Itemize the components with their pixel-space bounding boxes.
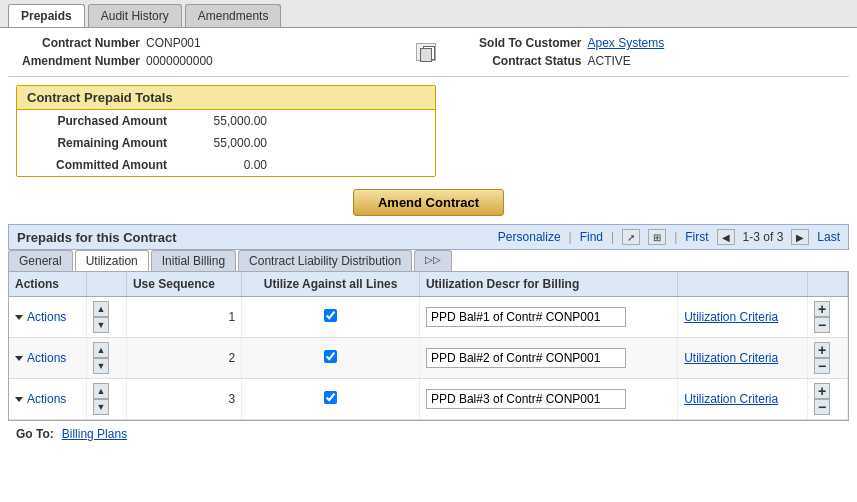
col-util-descr: Utilization Descr for Billing bbox=[419, 272, 677, 297]
copy-icon[interactable] bbox=[416, 43, 436, 61]
committed-value: 0.00 bbox=[187, 158, 267, 172]
billing-plans-link[interactable]: Billing Plans bbox=[62, 427, 127, 441]
use-sequence-cell: 1 bbox=[126, 297, 241, 338]
nav-next-icon[interactable]: ▶ bbox=[791, 229, 809, 245]
move-down-button[interactable]: ▼ bbox=[93, 317, 109, 333]
use-sequence-cell: 3 bbox=[126, 379, 241, 420]
col-util-criteria bbox=[678, 272, 808, 297]
section-tools: Personalize | Find | ➚ ⊞ | First ◀ 1-3 o… bbox=[498, 229, 840, 245]
amend-contract-button[interactable]: Amend Contract bbox=[353, 189, 504, 216]
subtab-initial-billing[interactable]: Initial Billing bbox=[151, 250, 236, 271]
arrow-buttons-cell: ▲ ▼ bbox=[86, 297, 126, 338]
goto-label: Go To: bbox=[16, 427, 54, 441]
amendment-number-label: Amendment Number bbox=[16, 54, 146, 68]
nav-range: 1-3 of 3 bbox=[743, 230, 784, 244]
add-remove-cell: + − bbox=[808, 338, 848, 379]
col-add-remove bbox=[808, 272, 848, 297]
remaining-label: Remaining Amount bbox=[27, 136, 187, 150]
new-window-icon[interactable]: ➚ bbox=[622, 229, 640, 245]
move-down-button[interactable]: ▼ bbox=[93, 358, 109, 374]
nav-first[interactable]: First bbox=[685, 230, 708, 244]
tab-amendments[interactable]: Amendments bbox=[185, 4, 282, 27]
goto-row: Go To: Billing Plans bbox=[0, 421, 857, 447]
contract-status-label: Contract Status bbox=[458, 54, 588, 68]
tabs-bar: Prepaids Audit History Amendments bbox=[0, 0, 857, 28]
move-up-button[interactable]: ▲ bbox=[93, 342, 109, 358]
table-row: Actions ▲ ▼ 2Utilization Criteria + − bbox=[9, 338, 848, 379]
util-descr-input[interactable] bbox=[426, 389, 626, 409]
util-criteria-cell: Utilization Criteria bbox=[678, 338, 808, 379]
remove-row-button[interactable]: − bbox=[814, 358, 830, 374]
utilization-criteria-link[interactable]: Utilization Criteria bbox=[684, 392, 778, 406]
utilization-criteria-link[interactable]: Utilization Criteria bbox=[684, 351, 778, 365]
nav-last[interactable]: Last bbox=[817, 230, 840, 244]
add-remove-cell: + − bbox=[808, 379, 848, 420]
col-actions: Actions bbox=[9, 272, 86, 297]
add-row-button[interactable]: + bbox=[814, 342, 830, 358]
remove-row-button[interactable]: − bbox=[814, 317, 830, 333]
prepaids-section-title: Prepaids for this Contract bbox=[17, 230, 177, 245]
contract-number-label: Contract Number bbox=[16, 36, 146, 50]
util-descr-cell bbox=[419, 297, 677, 338]
utilize-all-checkbox[interactable] bbox=[324, 309, 337, 322]
actions-dropdown[interactable]: Actions bbox=[15, 351, 80, 365]
remaining-value: 55,000.00 bbox=[187, 136, 267, 150]
utilize-all-checkbox[interactable] bbox=[324, 391, 337, 404]
actions-cell: Actions bbox=[9, 297, 86, 338]
personalize-link[interactable]: Personalize bbox=[498, 230, 561, 244]
prepaid-row-committed: Committed Amount 0.00 bbox=[17, 154, 435, 176]
contract-number-value: CONP001 bbox=[146, 36, 201, 50]
subtab-utilization[interactable]: Utilization bbox=[75, 250, 149, 271]
purchased-value: 55,000.00 bbox=[187, 114, 267, 128]
col-arrows bbox=[86, 272, 126, 297]
prepaid-totals-box: Contract Prepaid Totals Purchased Amount… bbox=[16, 85, 436, 177]
move-down-button[interactable]: ▼ bbox=[93, 399, 109, 415]
subtab-general[interactable]: General bbox=[8, 250, 73, 271]
find-link[interactable]: Find bbox=[580, 230, 603, 244]
util-descr-input[interactable] bbox=[426, 348, 626, 368]
table-row: Actions ▲ ▼ 1Utilization Criteria + − bbox=[9, 297, 848, 338]
tab-prepaids[interactable]: Prepaids bbox=[8, 4, 85, 27]
utilize-all-cell bbox=[242, 297, 420, 338]
add-remove-cell: + − bbox=[808, 297, 848, 338]
actions-cell: Actions bbox=[9, 379, 86, 420]
add-row-button[interactable]: + bbox=[814, 301, 830, 317]
nav-prev-icon[interactable]: ◀ bbox=[717, 229, 735, 245]
table-row: Actions ▲ ▼ 3Utilization Criteria + − bbox=[9, 379, 848, 420]
actions-dropdown[interactable]: Actions bbox=[15, 392, 80, 406]
contract-status-value: ACTIVE bbox=[588, 54, 631, 68]
sold-to-label: Sold To Customer bbox=[458, 36, 588, 50]
tab-audit-history[interactable]: Audit History bbox=[88, 4, 182, 27]
prepaid-row-purchased: Purchased Amount 55,000.00 bbox=[17, 110, 435, 132]
util-criteria-cell: Utilization Criteria bbox=[678, 379, 808, 420]
actions-dropdown[interactable]: Actions bbox=[15, 310, 80, 324]
amendment-number-value: 0000000000 bbox=[146, 54, 213, 68]
amend-container: Amend Contract bbox=[0, 189, 857, 216]
subtab-extra-icon[interactable]: ▷▷ bbox=[414, 250, 452, 271]
arrow-buttons-cell: ▲ ▼ bbox=[86, 379, 126, 420]
header-section: Contract Number CONP001 Amendment Number… bbox=[0, 28, 857, 76]
add-row-button[interactable]: + bbox=[814, 383, 830, 399]
grid-icon[interactable]: ⊞ bbox=[648, 229, 666, 245]
header-right: Sold To Customer Apex Systems Contract S… bbox=[458, 36, 842, 68]
subtabs-bar: General Utilization Initial Billing Cont… bbox=[8, 250, 849, 272]
util-descr-input[interactable] bbox=[426, 307, 626, 327]
prepaid-row-remaining: Remaining Amount 55,000.00 bbox=[17, 132, 435, 154]
purchased-label: Purchased Amount bbox=[27, 114, 187, 128]
util-descr-cell bbox=[419, 379, 677, 420]
utilization-table: Actions Use Sequence Utilize Against all… bbox=[9, 272, 848, 420]
header-left: Contract Number CONP001 Amendment Number… bbox=[16, 36, 400, 68]
prepaid-totals-title: Contract Prepaid Totals bbox=[17, 86, 435, 110]
move-up-button[interactable]: ▲ bbox=[93, 383, 109, 399]
sold-to-value[interactable]: Apex Systems bbox=[588, 36, 665, 50]
prepaids-section-header: Prepaids for this Contract Personalize |… bbox=[8, 224, 849, 250]
use-sequence-cell: 2 bbox=[126, 338, 241, 379]
remove-row-button[interactable]: − bbox=[814, 399, 830, 415]
utilize-all-checkbox[interactable] bbox=[324, 350, 337, 363]
move-up-button[interactable]: ▲ bbox=[93, 301, 109, 317]
subtab-contract-liability[interactable]: Contract Liability Distribution bbox=[238, 250, 412, 271]
utilize-all-cell bbox=[242, 379, 420, 420]
utilize-all-cell bbox=[242, 338, 420, 379]
utilization-table-container: Actions Use Sequence Utilize Against all… bbox=[8, 272, 849, 421]
utilization-criteria-link[interactable]: Utilization Criteria bbox=[684, 310, 778, 324]
